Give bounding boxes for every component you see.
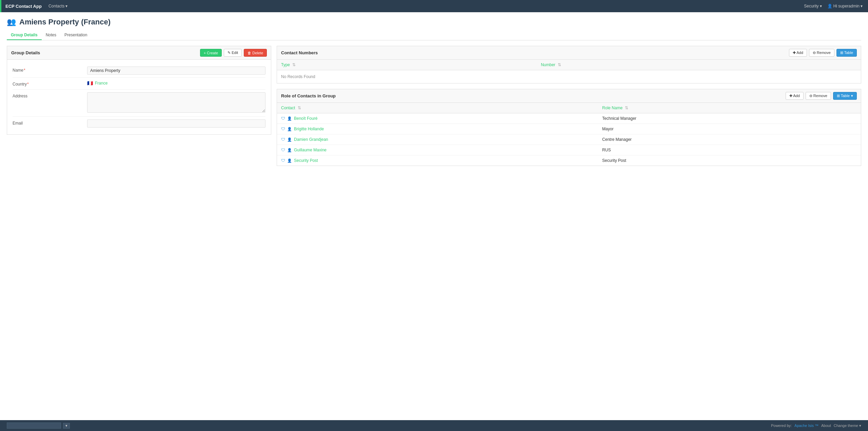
country-row: Country 🇫🇷 France: [13, 78, 265, 90]
left-panel: Group Details + Create ✎ Edit 🗑 Delete N…: [7, 46, 271, 171]
user-dropdown-icon: ▾: [861, 4, 863, 8]
right-panel: Contact Numbers ✚ Add ⊖ Remove ⊞ Table T…: [277, 46, 861, 171]
contact-numbers-header: Contact Numbers ✚ Add ⊖ Remove ⊞ Table: [277, 46, 861, 60]
nav-accent: [0, 0, 1, 12]
address-value: [87, 92, 265, 114]
role-cell: RUS: [598, 145, 861, 155]
email-input[interactable]: [87, 119, 265, 128]
role-cell: Security Post: [598, 155, 861, 166]
tab-presentation[interactable]: Presentation: [60, 31, 91, 40]
app-title: ECP Contact App: [5, 4, 42, 9]
number-column-header[interactable]: Number ⇅: [537, 60, 861, 70]
group-details-panel-header: Group Details + Create ✎ Edit 🗑 Delete: [7, 46, 271, 60]
contact-numbers-remove-button[interactable]: ⊖ Remove: [809, 49, 834, 57]
name-label: Name: [13, 67, 87, 73]
page-title: Amiens Property (France): [19, 18, 111, 26]
contact-numbers-add-button[interactable]: ✚ Add: [789, 49, 807, 57]
country-label: Country: [13, 80, 87, 87]
contact-numbers-table-button[interactable]: ⊞ Table: [836, 49, 857, 57]
security-nav-item[interactable]: Security ▾: [804, 4, 822, 8]
contact-link[interactable]: Guillaume Maxine: [294, 148, 327, 152]
address-row: Address: [13, 90, 265, 117]
person-icon: 👤: [287, 127, 292, 131]
contact-link[interactable]: Brigitte Hollande: [294, 127, 324, 131]
no-records-row: No Records Found: [277, 70, 861, 83]
email-label: Email: [13, 119, 87, 126]
tab-notes[interactable]: Notes: [42, 31, 60, 40]
person-icon: 👤: [287, 116, 292, 121]
contact-cell: 🛡 👤 Benoît Fouré: [277, 113, 598, 124]
table-row: 🛡 👤 Benoît Fouré Technical Manager: [277, 113, 861, 124]
role-contacts-table-container: Contact ⇅ Role Name ⇅: [277, 103, 861, 166]
table-row: 🛡 👤 Damien Grandjean Centre Manager: [277, 134, 861, 145]
edit-button[interactable]: ✎ Edit: [224, 49, 242, 57]
name-value: [87, 67, 265, 75]
name-input[interactable]: [87, 67, 265, 75]
group-details-panel-title: Group Details: [11, 50, 40, 55]
contacts-nav-item[interactable]: Contacts ▾: [48, 4, 67, 8]
user-icon: 👤: [827, 4, 832, 8]
contact-sort-icon: ⇅: [298, 106, 301, 110]
role-sort-icon: ⇅: [625, 106, 628, 110]
main-layout: Group Details + Create ✎ Edit 🗑 Delete N…: [7, 46, 861, 171]
email-row: Email: [13, 117, 265, 130]
address-input[interactable]: [87, 92, 265, 113]
contact-cell: 🛡 👤 Damien Grandjean: [277, 134, 598, 145]
role-cell: Technical Manager: [598, 113, 861, 124]
form-body: Name Country 🇫🇷 France: [7, 60, 271, 134]
contact-column-header[interactable]: Contact ⇅: [277, 103, 598, 113]
role-contacts-header: Role of Contacts in Group ✚ Add ⊖ Remove…: [277, 89, 861, 103]
contact-numbers-table: Type ⇅ Number ⇅ No Reco: [277, 60, 861, 83]
delete-button[interactable]: 🗑 Delete: [244, 49, 267, 57]
page-content: 👥 Amiens Property (France) Group Details…: [0, 12, 868, 420]
top-navigation: ECP Contact App Contacts ▾ Security ▾ 👤 …: [0, 0, 868, 12]
contact-link[interactable]: Benoît Fouré: [294, 116, 317, 121]
role-contacts-title: Role of Contacts in Group: [281, 93, 336, 98]
contacts-dropdown-icon: ▾: [65, 4, 67, 8]
contact-numbers-title: Contact Numbers: [281, 50, 318, 55]
person-icon: 👤: [287, 148, 292, 152]
shield-icon: 🛡: [281, 148, 285, 152]
user-nav-label: Hi superadmin: [833, 4, 860, 8]
type-sort-icon: ⇅: [292, 62, 296, 67]
contact-link[interactable]: Damien Grandjean: [294, 137, 328, 142]
contact-numbers-actions: ✚ Add ⊖ Remove ⊞ Table: [789, 49, 857, 57]
user-nav-item[interactable]: 👤 Hi superadmin ▾: [827, 4, 863, 8]
table-row: 🛡 👤 Guillaume Maxine RUS: [277, 145, 861, 155]
france-flag: 🇫🇷: [87, 80, 93, 86]
role-contacts-panel: Role of Contacts in Group ✚ Add ⊖ Remove…: [277, 89, 861, 166]
contact-cell: 🛡 👤 Security Post: [277, 155, 598, 166]
page-title-icon: 👥: [7, 18, 16, 26]
role-cell: Centre Manager: [598, 134, 861, 145]
panel-actions: + Create ✎ Edit 🗑 Delete: [200, 49, 267, 57]
contact-cell: 🛡 👤 Guillaume Maxine: [277, 145, 598, 155]
person-icon: 👤: [287, 158, 292, 163]
tabs-bar: Group Details Notes Presentation: [7, 31, 861, 40]
nav-left: ECP Contact App Contacts ▾: [5, 4, 67, 9]
role-contacts-remove-button[interactable]: ⊖ Remove: [806, 92, 831, 100]
table-row: 🛡 👤 Brigitte Hollande Mayor: [277, 124, 861, 134]
table-row: 🛡 👤 Security Post Security Post: [277, 155, 861, 166]
country-link[interactable]: France: [95, 81, 107, 86]
role-contacts-add-button[interactable]: ✚ Add: [786, 92, 804, 100]
group-details-panel: Group Details + Create ✎ Edit 🗑 Delete N…: [7, 46, 271, 135]
person-icon: 👤: [287, 137, 292, 142]
country-value: 🇫🇷 France: [87, 80, 265, 86]
address-label: Address: [13, 92, 87, 98]
shield-icon: 🛡: [281, 137, 285, 142]
contact-numbers-table-container: Type ⇅ Number ⇅ No Reco: [277, 60, 861, 83]
nav-right: Security ▾ 👤 Hi superadmin ▾: [804, 4, 863, 8]
role-contacts-table-button[interactable]: ⊞ Table ▾: [833, 92, 857, 100]
shield-icon: 🛡: [281, 158, 285, 163]
email-value: [87, 119, 265, 128]
tab-group-details[interactable]: Group Details: [7, 31, 42, 40]
page-title-row: 👥 Amiens Property (France): [7, 18, 861, 26]
shield-icon: 🛡: [281, 116, 285, 121]
contact-link[interactable]: Security Post: [294, 158, 318, 163]
create-button[interactable]: + Create: [200, 49, 222, 57]
role-column-header[interactable]: Role Name ⇅: [598, 103, 861, 113]
security-nav-label: Security: [804, 4, 818, 8]
type-column-header[interactable]: Type ⇅: [277, 60, 537, 70]
role-table-dropdown-icon: ▾: [851, 94, 853, 98]
role-contacts-actions: ✚ Add ⊖ Remove ⊞ Table ▾: [786, 92, 857, 100]
